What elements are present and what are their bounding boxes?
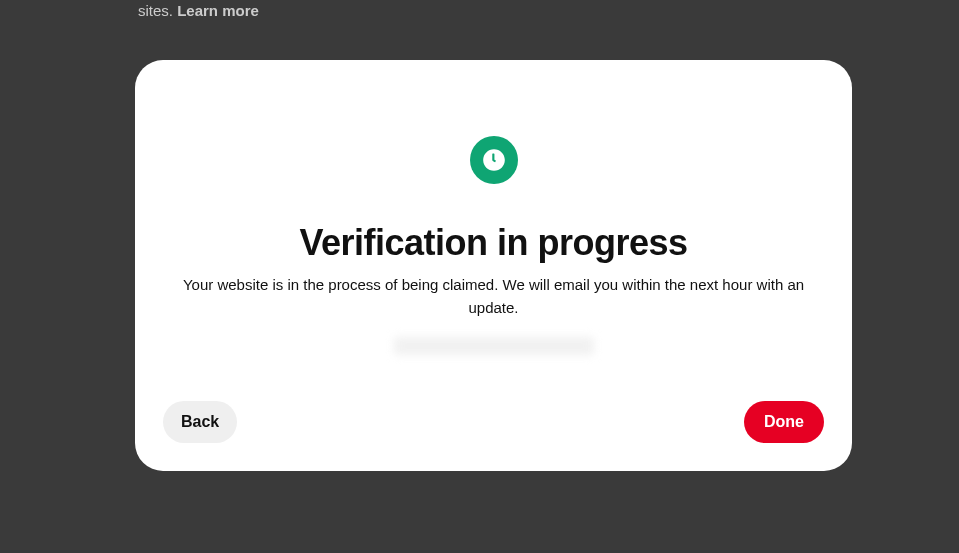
modal-footer: Back Done (163, 401, 824, 443)
verification-modal: Verification in progress Your website is… (135, 60, 852, 471)
learn-more-link[interactable]: Learn more (177, 2, 259, 19)
blurred-url-placeholder (394, 337, 594, 355)
modal-content: Verification in progress Your website is… (163, 100, 824, 401)
clock-icon (470, 136, 518, 184)
modal-title: Verification in progress (299, 222, 687, 264)
modal-description: Your website is in the process of being … (163, 274, 824, 319)
background-partial-text: sites. Learn more (138, 0, 259, 21)
done-button[interactable]: Done (744, 401, 824, 443)
background-text-fragment: sites. (138, 2, 173, 19)
back-button[interactable]: Back (163, 401, 237, 443)
